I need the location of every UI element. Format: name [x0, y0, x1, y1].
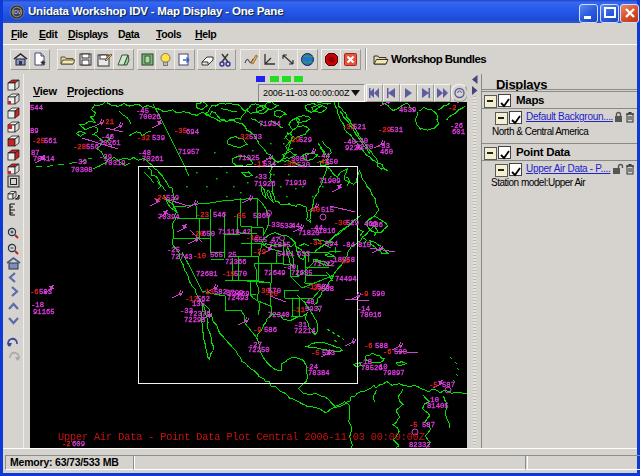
svg-text:78384: 78384	[308, 369, 330, 377]
svg-text:593: 593	[322, 349, 335, 357]
svg-text:-34: -34	[309, 239, 322, 247]
svg-text:-19: -19	[222, 270, 235, 278]
svg-text:-30: -30	[283, 263, 296, 271]
svg-text:-5: -5	[409, 421, 418, 429]
svg-text:71934: 71934	[259, 120, 281, 128]
svg-text:70261: 70261	[142, 155, 164, 163]
svg-text:70319: 70319	[104, 159, 126, 167]
svg-text:71926: 71926	[254, 180, 276, 188]
svg-text:-9: -9	[360, 290, 369, 298]
svg-text:556: 556	[86, 143, 99, 151]
svg-text:590: 590	[372, 290, 385, 298]
svg-text:515: 515	[321, 206, 334, 214]
svg-text:5360: 5360	[253, 212, 270, 220]
svg-text:72340: 72340	[268, 311, 290, 319]
svg-text:48: 48	[306, 298, 315, 306]
svg-text:-24: -24	[153, 194, 166, 202]
svg-text:587: 587	[442, 381, 455, 389]
svg-text:-29: -29	[253, 248, 266, 256]
svg-text:-2: -2	[448, 104, 457, 112]
svg-text:-35: -35	[233, 212, 246, 220]
svg-text:650: 650	[202, 230, 215, 238]
svg-text:533: 533	[249, 133, 262, 141]
svg-text:531: 531	[390, 126, 403, 134]
svg-text:81405: 81405	[427, 402, 449, 410]
svg-text:-23: -23	[196, 211, 209, 219]
svg-text:694: 694	[186, 128, 199, 136]
svg-text:460: 460	[380, 148, 393, 156]
svg-text:71957: 71957	[178, 148, 200, 156]
svg-text:544: 544	[30, 104, 43, 112]
svg-text:-39: -39	[74, 158, 87, 166]
svg-text:583: 583	[39, 288, 52, 296]
svg-text:-29: -29	[378, 126, 391, 134]
svg-text:-6: -6	[30, 288, 39, 296]
svg-text:520: 520	[297, 161, 310, 169]
svg-text:815: 815	[358, 241, 371, 249]
svg-text:78016: 78016	[360, 311, 382, 319]
svg-text:72469: 72469	[228, 290, 250, 298]
svg-text:534: 534	[263, 160, 276, 168]
svg-text:-32: -32	[137, 134, 150, 142]
svg-text:-11: -11	[292, 306, 305, 314]
svg-text:565: 565	[210, 251, 223, 259]
svg-text:-21: -21	[101, 118, 114, 126]
svg-text:-6: -6	[383, 348, 392, 356]
svg-text:5401: 5401	[277, 250, 294, 258]
svg-text:539: 539	[166, 194, 179, 202]
svg-text:590: 590	[394, 348, 407, 356]
svg-text:91165: 91165	[33, 308, 55, 316]
svg-text:-29: -29	[287, 136, 300, 144]
svg-text:71816: 71816	[314, 227, 336, 235]
svg-text:47: 47	[271, 236, 280, 244]
svg-text:594: 594	[325, 240, 338, 248]
svg-text:74494: 74494	[335, 275, 357, 283]
svg-text:-84: -84	[342, 241, 355, 249]
svg-text:71919: 71919	[285, 179, 307, 187]
svg-text:71909: 71909	[319, 177, 341, 185]
svg-text:70026: 70026	[139, 113, 161, 121]
svg-text:72293: 72293	[184, 316, 206, 324]
svg-text:5937: 5937	[305, 305, 322, 313]
svg-text:-30: -30	[334, 219, 347, 227]
svg-text:-10: -10	[193, 252, 206, 260]
svg-text:79897: 79897	[383, 369, 405, 377]
svg-text:72681: 72681	[196, 270, 218, 278]
svg-text:-5: -5	[429, 381, 438, 389]
svg-text:4539: 4539	[399, 106, 416, 114]
svg-text:561: 561	[44, 137, 57, 145]
svg-text:555: 555	[254, 236, 267, 244]
svg-text:-28: -28	[73, 143, 86, 151]
svg-text:-35: -35	[174, 127, 187, 135]
svg-text:IDV: IDV	[13, 9, 22, 15]
svg-text:-30: -30	[283, 160, 296, 168]
svg-text:70414: 70414	[33, 155, 55, 163]
svg-text:633: 633	[297, 250, 310, 258]
svg-text:587: 587	[422, 421, 435, 429]
svg-text:-32: -32	[236, 133, 249, 141]
svg-text:546: 546	[213, 211, 226, 219]
svg-text:601: 601	[452, 128, 465, 136]
svg-text:486: 486	[370, 221, 383, 229]
svg-text:70308: 70308	[71, 166, 93, 174]
svg-text:70394: 70394	[158, 213, 180, 221]
svg-text:521: 521	[353, 123, 366, 131]
svg-text:-9: -9	[253, 326, 262, 334]
svg-text:570: 570	[268, 287, 281, 295]
svg-text:450: 450	[325, 158, 338, 166]
svg-text:582: 582	[214, 288, 227, 296]
svg-text:89: 89	[30, 127, 39, 135]
svg-text:-40: -40	[307, 206, 320, 214]
svg-text:-31: -31	[294, 321, 307, 329]
svg-text:-19: -19	[337, 257, 350, 265]
svg-text:-6: -6	[364, 342, 373, 350]
svg-text:-33: -33	[267, 221, 280, 229]
svg-text:70261: 70261	[99, 139, 121, 147]
svg-text:71119: 71119	[218, 228, 240, 236]
svg-text:529: 529	[346, 219, 359, 227]
svg-text:72743: 72743	[171, 253, 193, 261]
svg-text:-25: -25	[32, 137, 45, 145]
svg-text:529: 529	[299, 136, 312, 144]
svg-text:Upper Air Data - Point Data Pl: Upper Air Data - Point Data Plot Central…	[58, 432, 425, 443]
svg-text:-5: -5	[311, 349, 320, 357]
